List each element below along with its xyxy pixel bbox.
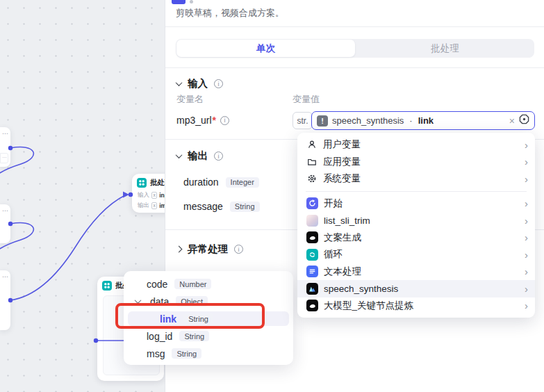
tree-row-msg[interactable]: msg String [124, 345, 293, 362]
whale-icon [306, 300, 318, 311]
chevron-right-icon: › [525, 197, 528, 209]
tree-row-log-id[interactable]: log_id String [124, 327, 293, 345]
divider [165, 26, 544, 27]
chevron-right-icon: › [525, 156, 528, 168]
section-title: 异常处理 [188, 243, 228, 256]
reference-node-name: speech_synthesis [332, 115, 404, 126]
dropdown-item-llm-keynode[interactable]: 大模型_关键节点提炼 › [297, 297, 535, 315]
chevron-right-icon: › [525, 249, 528, 261]
node-icon-fragment [172, 0, 186, 4]
divider [306, 191, 527, 192]
waveform-icon [306, 283, 318, 295]
loop-icon [306, 249, 318, 261]
chevron-right-icon: › [525, 173, 528, 185]
node-description: 剪映草稿，视频合成方案。 [176, 7, 284, 19]
chevron-right-icon: › [525, 266, 528, 277]
folder-icon [306, 156, 318, 168]
required-asterisk: * [213, 115, 216, 126]
workflow-editor: ⋯ … ⋯ ⋯ 批处理 输入 x input 输出 x [0, 0, 544, 392]
column-variable-name: 变量名 [176, 93, 204, 106]
dropdown-item-label: 应用变量 [323, 156, 519, 168]
info-icon[interactable]: i [214, 152, 223, 161]
chevron-down-icon [176, 152, 183, 158]
type-badge: String [230, 202, 260, 212]
dropdown-item-user-variables[interactable]: 用户变量 › [297, 136, 535, 154]
info-icon[interactable]: i [220, 116, 229, 125]
dropdown-item-label: 文案生成 [324, 231, 519, 244]
whale-icon [306, 231, 318, 243]
variable-name: mp3_url [176, 115, 212, 126]
dropdown-item-label: 开始 [324, 197, 519, 210]
divider [165, 67, 544, 68]
avatar-icon [306, 215, 318, 227]
output-name: duration [183, 177, 219, 188]
start-icon [306, 197, 318, 209]
dropdown-item-copywriting[interactable]: 文案生成 › [297, 229, 535, 247]
column-variable-value: 变量值 [292, 93, 320, 106]
reference-separator: · [409, 115, 412, 126]
variable-reference-dropdown: 用户变量 › 应用变量 › 系统变量 › 开始 › list [297, 133, 535, 318]
clear-value-icon[interactable]: × [509, 116, 515, 126]
tree-row-code[interactable]: code Number [124, 275, 293, 293]
dropdown-item-label: 循环 [324, 248, 519, 261]
dropdown-item-label: 文本处理 [324, 266, 519, 278]
type-selector[interactable]: str. [292, 112, 313, 129]
dropdown-item-list-sli-trim[interactable]: list_sli_trim › [297, 212, 535, 229]
info-icon[interactable]: i [214, 79, 223, 88]
exception-section-header[interactable]: 异常处理 i [176, 243, 243, 256]
chevron-right-icon: › [525, 215, 528, 227]
section-title: 输入 [188, 77, 208, 90]
header-dot-icon [190, 0, 193, 3]
type-badge: String [179, 331, 209, 341]
variable-value-input[interactable]: ! speech_synthesis · link × [311, 111, 535, 130]
type-badge: Integer [226, 177, 259, 188]
chevron-right-icon: › [525, 231, 528, 243]
tab-batch[interactable]: 批处理 [356, 39, 534, 58]
output-row: message String [183, 201, 260, 212]
output-row: duration Integer [183, 177, 259, 188]
tree-field-name: log_id [147, 331, 172, 342]
tab-single[interactable]: 单次 [176, 40, 355, 57]
user-icon [306, 139, 318, 150]
type-badge: Number [174, 279, 211, 289]
mode-tabs: 单次 批处理 [176, 39, 534, 58]
gear-icon [306, 173, 318, 184]
tree-field-name: code [147, 279, 167, 290]
dropdown-item-label: speech_synthesis [324, 284, 519, 294]
chevron-right-icon: › [525, 283, 528, 295]
output-section-header[interactable]: 输出 i [176, 149, 223, 163]
chevron-right-icon [176, 246, 183, 253]
warning-icon: ! [317, 115, 328, 126]
reference-picker-icon[interactable] [519, 114, 529, 127]
dropdown-item-label: 大模型_关键节点提炼 [324, 300, 519, 312]
input-section-header[interactable]: 输入 i [176, 77, 223, 90]
section-title: 输出 [188, 149, 208, 163]
red-annotation-box [115, 303, 265, 329]
reference-field-name: link [418, 115, 434, 126]
dropdown-item-start-node[interactable]: 开始 › [297, 195, 535, 213]
dropdown-item-label: list_sli_trim [324, 215, 519, 226]
chevron-right-icon: › [525, 139, 528, 151]
output-name: message [183, 201, 223, 212]
chevron-down-icon [176, 79, 183, 86]
dropdown-item-speech-synthesis[interactable]: speech_synthesis › [297, 280, 535, 297]
dropdown-item-text-processing[interactable]: 文本处理 › [297, 263, 535, 281]
chevron-right-icon: › [525, 300, 528, 311]
variable-name-cell: mp3_url* i [176, 115, 229, 126]
info-icon[interactable]: i [234, 245, 243, 254]
text-processing-icon [306, 266, 318, 277]
dropdown-item-loop[interactable]: 循环 › [297, 246, 535, 263]
dropdown-item-app-variables[interactable]: 应用变量 › [297, 154, 535, 171]
type-badge: String [172, 348, 201, 359]
dropdown-item-label: 系统变量 [323, 172, 519, 185]
dropdown-item-system-variables[interactable]: 系统变量 › [297, 170, 535, 188]
tree-field-name: msg [147, 348, 165, 359]
dropdown-item-label: 用户变量 [323, 138, 519, 151]
